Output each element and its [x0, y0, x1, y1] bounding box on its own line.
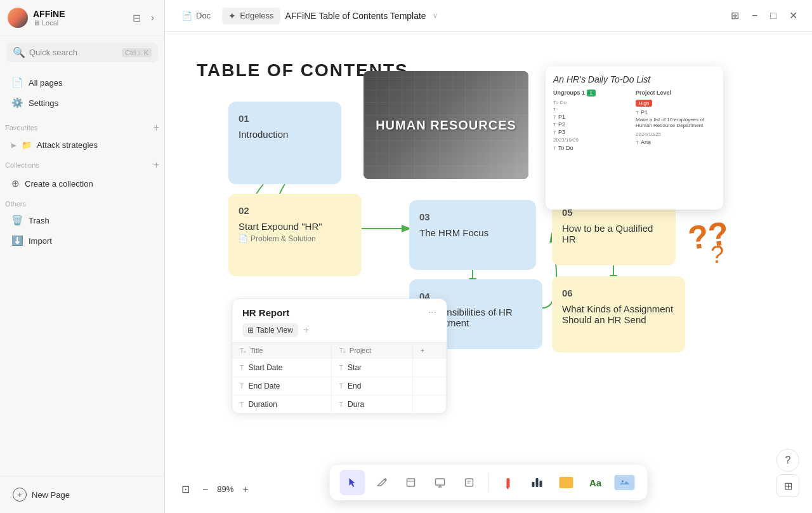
- zoom-out-button[interactable]: −: [199, 482, 212, 497]
- add-view-button[interactable]: +: [301, 323, 311, 337]
- table-row: T Start Date T Star: [232, 359, 447, 377]
- question-mark-small: ?: [710, 241, 724, 269]
- sidebar-item-create-collection[interactable]: ⊕ Create a collection: [6, 173, 158, 194]
- card-06[interactable]: 06 What Kinds of Assignment Should an HR…: [552, 276, 685, 352]
- panel-toggle-button[interactable]: ⊞: [726, 6, 743, 25]
- right-panel-toggle-button[interactable]: ⊞: [776, 474, 799, 497]
- add-collection-icon: ⊕: [11, 178, 20, 189]
- doc-icon-small: 📄: [239, 234, 248, 243]
- zoom-controls: ⊡ − 89% +: [178, 481, 252, 497]
- hr-report-tabs: ⊞ Table View +: [232, 323, 447, 342]
- shape-button[interactable]: [554, 470, 579, 495]
- search-label: Quick search: [29, 48, 118, 57]
- zoom-in-button[interactable]: +: [239, 482, 252, 497]
- card-01[interactable]: 01 Introduction: [228, 102, 341, 184]
- trash-icon: 🗑️: [11, 215, 23, 226]
- pen-icon: [376, 477, 388, 488]
- sidebar-item-settings[interactable]: ⚙️ Settings: [6, 93, 158, 113]
- cursor-tool-button[interactable]: [340, 470, 365, 495]
- card-02-title: Start Expound "HR": [239, 221, 351, 232]
- row3-col3: [412, 396, 446, 414]
- expand-sidebar-button[interactable]: ›: [148, 10, 157, 27]
- text-tool-button[interactable]: Aa: [583, 470, 608, 495]
- media-icon: [615, 475, 635, 490]
- minimize-button[interactable]: −: [747, 7, 762, 25]
- page-title: AFFiNE Table of Contents Template: [285, 11, 426, 21]
- all-pages-label: All pages: [29, 78, 62, 88]
- row3-col2: T Dura: [331, 396, 412, 414]
- brand-name: AFFiNE: [33, 9, 65, 19]
- row2-col2: T End: [331, 377, 412, 396]
- import-icon: ⬇️: [11, 235, 23, 246]
- edgeless-icon: ✦: [228, 11, 236, 21]
- col-add-header[interactable]: +: [412, 343, 446, 359]
- present-tool-button[interactable]: [428, 470, 453, 495]
- text-tool-icon: Aa: [589, 477, 601, 488]
- svg-point-10: [622, 481, 624, 483]
- new-page-button[interactable]: + New Page: [6, 483, 158, 507]
- card-02[interactable]: 02 Start Expound "HR" 📄 Problem & Soluti…: [228, 194, 362, 276]
- favourites-list: ▶ 📁 Attack strategies: [0, 136, 164, 154]
- svg-rect-9: [620, 479, 630, 486]
- high-badge: High: [636, 100, 652, 107]
- sidebar-item-import[interactable]: ⬇️ Import: [6, 230, 158, 251]
- collapse-sidebar-button[interactable]: ⊟: [130, 10, 143, 27]
- media-button[interactable]: [612, 470, 638, 495]
- quick-search-button[interactable]: 🔍 Quick search Ctrl + K: [6, 43, 158, 62]
- close-button[interactable]: ✕: [785, 6, 802, 25]
- topbar-right: ⊞ − □ ✕: [726, 6, 802, 25]
- pen-tool-button[interactable]: [369, 470, 395, 495]
- todo-col2-header: Project Level: [636, 90, 716, 97]
- table-view-icon: ⊞: [247, 326, 254, 335]
- bottom-toolbar: Aa: [330, 465, 648, 500]
- note-tool-button[interactable]: [457, 470, 482, 495]
- sidebar-item-trash[interactable]: 🗑️ Trash: [6, 210, 158, 230]
- card-01-title: Introduction: [239, 129, 331, 140]
- card-03[interactable]: 03 The HRM Focus: [409, 200, 536, 270]
- search-shortcut: Ctrl + K: [122, 48, 152, 57]
- note-icon: [464, 477, 475, 488]
- col-title-header: Tₑ Title: [232, 343, 331, 359]
- pencil-red-icon: [506, 478, 509, 487]
- sidebar-item-all-pages[interactable]: 📄 All pages: [6, 72, 158, 93]
- toolbar-separator: [488, 473, 489, 492]
- frame-tool-button[interactable]: [398, 470, 424, 495]
- present-icon: [435, 477, 446, 488]
- favourites-label: Favourites: [5, 124, 37, 131]
- card-06-title: What Kinds of Assignment Should an HR Se…: [562, 303, 675, 325]
- sidebar-bottom: + New Page: [0, 476, 164, 513]
- grid-overlay: [363, 71, 528, 179]
- row2-col3: [412, 377, 446, 396]
- tab-doc[interactable]: 📄 Doc: [175, 8, 217, 24]
- brand: AFFiNE 🖥 Local: [8, 8, 65, 28]
- bar-chart-button[interactable]: [525, 470, 550, 495]
- sidebar-item-attack-strategies[interactable]: ▶ 📁 Attack strategies: [6, 136, 158, 154]
- svg-rect-3: [436, 479, 445, 485]
- add-collection-button[interactable]: +: [154, 159, 159, 171]
- pencil-red-button[interactable]: [495, 470, 521, 495]
- collections-list: ⊕ Create a collection: [0, 173, 164, 194]
- help-button[interactable]: ?: [776, 449, 799, 472]
- avatar: [8, 8, 28, 28]
- card-02-num: 02: [239, 205, 351, 216]
- create-collection-label: Create a collection: [25, 179, 93, 189]
- fit-to-screen-button[interactable]: ⊡: [178, 481, 193, 497]
- brand-sub: 🖥 Local: [33, 19, 65, 27]
- others-section-header: Others: [0, 194, 164, 210]
- import-label: Import: [29, 236, 52, 246]
- brand-text: AFFiNE 🖥 Local: [33, 9, 65, 27]
- svg-rect-1: [407, 479, 415, 486]
- maximize-button[interactable]: □: [766, 7, 781, 25]
- others-list: 🗑️ Trash ⬇️ Import: [0, 210, 164, 251]
- more-options-button[interactable]: ···: [428, 307, 436, 318]
- hr-report-header: HR Report ···: [232, 299, 447, 323]
- add-favourite-button[interactable]: +: [154, 122, 159, 133]
- sidebar-nav-icons: ⊟ ›: [130, 10, 157, 27]
- row1-col2: T Star: [331, 359, 412, 377]
- table-view-tab[interactable]: ⊞ Table View: [242, 323, 298, 337]
- tab-edgeless[interactable]: ✦ Edgeless: [222, 8, 280, 24]
- zoom-level: 89%: [217, 484, 233, 494]
- card-05-title: How to be a Qualified HR: [562, 223, 665, 244]
- hr-report-table: Tₑ Title Tₑ Project + T St: [232, 342, 447, 413]
- hr-report-title: HR Report: [242, 307, 289, 318]
